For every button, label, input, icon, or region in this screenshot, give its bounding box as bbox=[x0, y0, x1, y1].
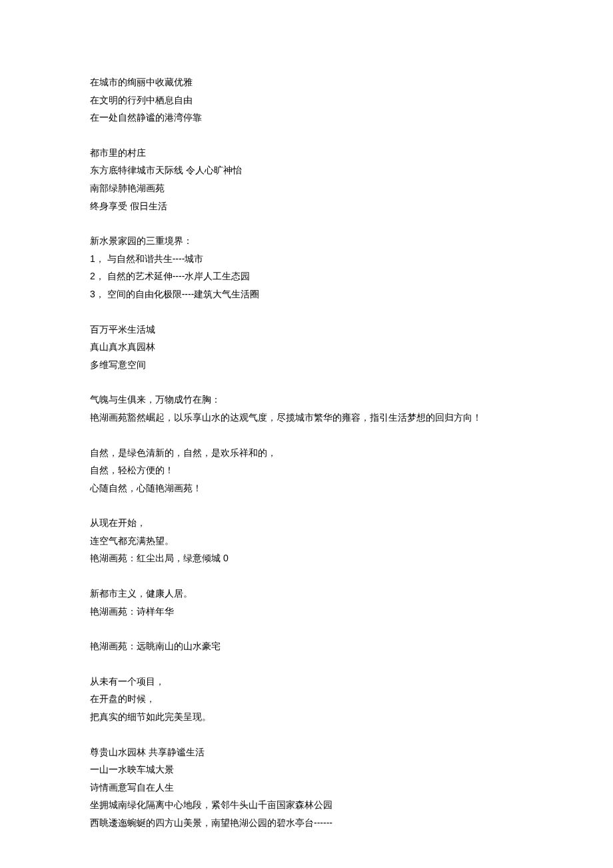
text-line: 连空气都充满热望。 bbox=[90, 532, 523, 550]
text-line: 南部绿肺艳湖画苑 bbox=[90, 179, 523, 197]
text-line: 把真实的细节如此完美呈现。 bbox=[90, 708, 523, 726]
text-line: 1， 与自然和谐共生----城市 bbox=[90, 250, 523, 268]
text-line: 3， 空间的自由化极限----建筑大气生活圈 bbox=[90, 285, 523, 303]
text-line: 2， 自然的艺术延伸----水岸人工生态园 bbox=[90, 267, 523, 285]
text-line: 艳湖画苑：红尘出局，绿意倾城 0 bbox=[90, 549, 523, 567]
text-line: 自然，是绿色清新的，自然，是欢乐祥和的， bbox=[90, 444, 523, 462]
text-line: 坐拥城南绿化隔离中心地段，紧邻牛头山千亩国家森林公园 bbox=[90, 796, 523, 814]
text-line: 在一处自然静谧的港湾停靠 bbox=[90, 109, 523, 127]
paragraph-block: 在城市的绚丽中收藏优雅在文明的行列中栖息自由在一处自然静谧的港湾停靠 bbox=[90, 73, 523, 127]
text-line: 百万平米生活城 bbox=[90, 321, 523, 339]
text-line: 新水景家园的三重境界： bbox=[90, 232, 523, 250]
paragraph-block: 都市里的村庄东方底特律城市天际线 令人心旷神怡南部绿肺艳湖画苑终身享受 假日生活 bbox=[90, 144, 523, 215]
text-line: 从现在开始， bbox=[90, 514, 523, 532]
text-line: 艳湖画苑：远眺南山的山水豪宅 bbox=[90, 637, 523, 655]
paragraph-block: 艳湖画苑：远眺南山的山水豪宅 bbox=[90, 637, 523, 655]
text-line: 在开盘的时候， bbox=[90, 690, 523, 708]
paragraph-block: 自然，是绿色清新的，自然，是欢乐祥和的，自然，轻松方便的！心随自然，心随艳湖画苑… bbox=[90, 444, 523, 497]
text-line: 一山一水映车城大景 bbox=[90, 761, 523, 779]
text-line: 在文明的行列中栖息自由 bbox=[90, 91, 523, 109]
text-line: 艳湖画苑豁然崛起，以乐享山水的达观气度，尽揽城市繁华的雍容，指引生活梦想的回归方… bbox=[90, 409, 523, 427]
text-line: 都市里的村庄 bbox=[90, 144, 523, 162]
paragraph-block: 气魄与生俱来，万物成竹在胸：艳湖画苑豁然崛起，以乐享山水的达观气度，尽揽城市繁华… bbox=[90, 391, 523, 426]
text-line: 在城市的绚丽中收藏优雅 bbox=[90, 73, 523, 91]
text-line: 西眺逶迤蜿蜒的四方山美景，南望艳湖公园的碧水亭台------ bbox=[90, 814, 523, 832]
text-line: 真山真水真园林 bbox=[90, 338, 523, 356]
text-line: 东方底特律城市天际线 令人心旷神怡 bbox=[90, 161, 523, 179]
text-line: 多维写意空间 bbox=[90, 356, 523, 374]
text-line: 终身享受 假日生活 bbox=[90, 197, 523, 215]
paragraph-block: 从现在开始，连空气都充满热望。艳湖画苑：红尘出局，绿意倾城 0 bbox=[90, 514, 523, 567]
text-line: 气魄与生俱来，万物成竹在胸： bbox=[90, 391, 523, 409]
text-line: 自然，轻松方便的！ bbox=[90, 461, 523, 479]
text-line: 艳湖画苑：诗样年华 bbox=[90, 603, 523, 621]
paragraph-block: 百万平米生活城真山真水真园林多维写意空间 bbox=[90, 321, 523, 374]
paragraph-block: 从未有一个项目，在开盘的时候，把真实的细节如此完美呈现。 bbox=[90, 673, 523, 726]
paragraph-block: 新都市主义，健康人居。艳湖画苑：诗样年华 bbox=[90, 585, 523, 620]
text-line: 尊贵山水园林 共享静谧生活 bbox=[90, 743, 523, 761]
text-line: 诗情画意写自在人生 bbox=[90, 779, 523, 797]
paragraph-block: 尊贵山水园林 共享静谧生活一山一水映车城大景诗情画意写自在人生坐拥城南绿化隔离中… bbox=[90, 743, 523, 832]
document-body: 在城市的绚丽中收藏优雅在文明的行列中栖息自由在一处自然静谧的港湾停靠都市里的村庄… bbox=[90, 73, 523, 832]
paragraph-block: 新水景家园的三重境界：1， 与自然和谐共生----城市2， 自然的艺术延伸---… bbox=[90, 232, 523, 303]
text-line: 心随自然，心随艳湖画苑！ bbox=[90, 479, 523, 497]
text-line: 新都市主义，健康人居。 bbox=[90, 585, 523, 603]
text-line: 从未有一个项目， bbox=[90, 673, 523, 691]
